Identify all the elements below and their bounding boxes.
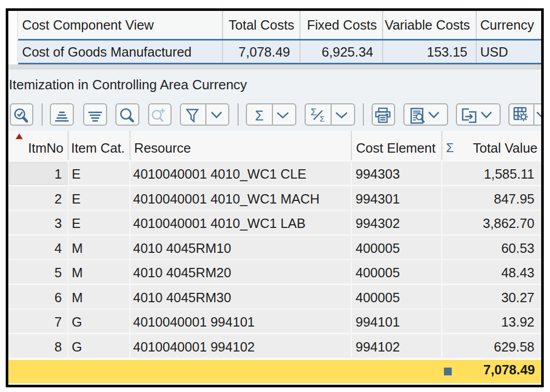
svg-text:Σ: Σ <box>255 108 264 124</box>
svg-text:Σ: Σ <box>311 106 317 117</box>
svg-text:Σ: Σ <box>320 114 325 123</box>
